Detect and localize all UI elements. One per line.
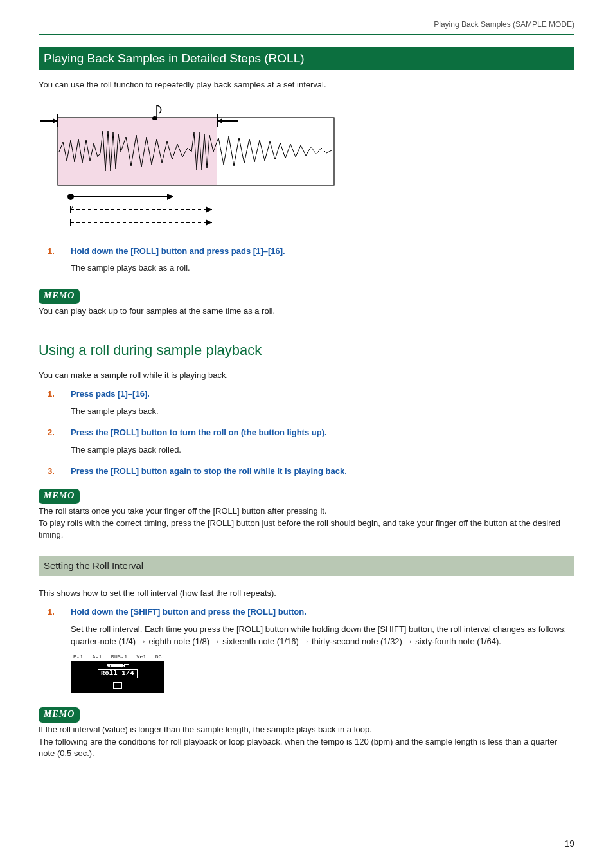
- section2-intro: You can make a sample roll while it is p…: [39, 370, 574, 382]
- lcd-screenshot: P-1 A-1 BUS-1 Vel DC ◄ ► Roll 1/4: [71, 653, 164, 693]
- step-body: The sample plays back rolled.: [71, 444, 574, 457]
- step-body: The sample plays back.: [71, 406, 574, 418]
- memo-badge: MEMO: [39, 289, 80, 303]
- step-number: 1.: [48, 606, 55, 619]
- step-title: Hold down the [ROLL] button and press pa…: [71, 246, 285, 256]
- svg-marker-3: [53, 118, 58, 123]
- lcd-field: P-1: [73, 655, 83, 660]
- memo-text: If the roll interval (value) is longer t…: [39, 724, 574, 761]
- step-title: Press the [ROLL] button to turn the roll…: [71, 428, 327, 437]
- memo-text: The roll starts once you take your finge…: [39, 505, 574, 542]
- page-number: 19: [39, 837, 574, 850]
- svg-marker-15: [206, 206, 212, 213]
- section-heading-using-roll: Using a roll during sample playback: [39, 340, 574, 361]
- lcd-field: A-1: [92, 655, 102, 660]
- breadcrumb: Playing Back Samples (SAMPLE MODE): [39, 19, 574, 35]
- memo-badge: MEMO: [39, 489, 80, 503]
- svg-marker-19: [206, 219, 212, 226]
- step-title: Hold down the [SHIFT] button and press t…: [71, 607, 306, 617]
- memo-text: You can play back up to four samples at …: [39, 305, 574, 318]
- list-item: 1. Hold down the [ROLL] button and press…: [39, 246, 574, 282]
- section3-steps: 1. Hold down the [SHIFT] button and pres…: [39, 606, 574, 700]
- section-heading-roll: Playing Back Samples in Detailed Steps (…: [39, 47, 574, 70]
- step-title: Press the [ROLL] button again to stop th…: [71, 466, 347, 476]
- section3-intro: This shows how to set the roll interval …: [39, 588, 574, 600]
- list-item: 1. Hold down the [SHIFT] button and pres…: [39, 606, 574, 700]
- step-body: Set the roll interval. Each time you pre…: [71, 624, 574, 648]
- step-title: Press pads [1]–[16].: [71, 389, 150, 399]
- list-item: 2. Press the [ROLL] button to turn the r…: [39, 427, 574, 463]
- svg-marker-12: [167, 194, 173, 200]
- svg-marker-6: [217, 118, 222, 123]
- lcd-field: BUS-1: [111, 655, 128, 660]
- list-item: 1. Press pads [1]–[16]. The sample plays…: [39, 388, 574, 424]
- lcd-field: DC: [155, 655, 162, 660]
- step-number: 1.: [48, 246, 55, 258]
- svg-point-9: [152, 116, 157, 120]
- lcd-roll-value: Roll 1/4: [98, 669, 138, 678]
- step-body: The sample plays back as a roll.: [71, 262, 574, 275]
- step-number: 1.: [48, 388, 55, 401]
- step-number: 2.: [48, 427, 55, 439]
- step-number: 3.: [48, 466, 55, 478]
- list-item: 3. Press the [ROLL] button again to stop…: [39, 466, 574, 482]
- section2-steps: 1. Press pads [1]–[16]. The sample plays…: [39, 388, 574, 481]
- waveform-diagram: [39, 102, 341, 230]
- section1-intro: You can use the roll function to repeate…: [39, 79, 574, 91]
- memo-badge: MEMO: [39, 707, 80, 722]
- section1-steps: 1. Hold down the [ROLL] button and press…: [39, 246, 574, 282]
- svg-rect-1: [58, 118, 217, 185]
- section-heading-roll-interval: Setting the Roll Interval: [39, 556, 574, 576]
- lcd-field: Vel: [136, 655, 146, 660]
